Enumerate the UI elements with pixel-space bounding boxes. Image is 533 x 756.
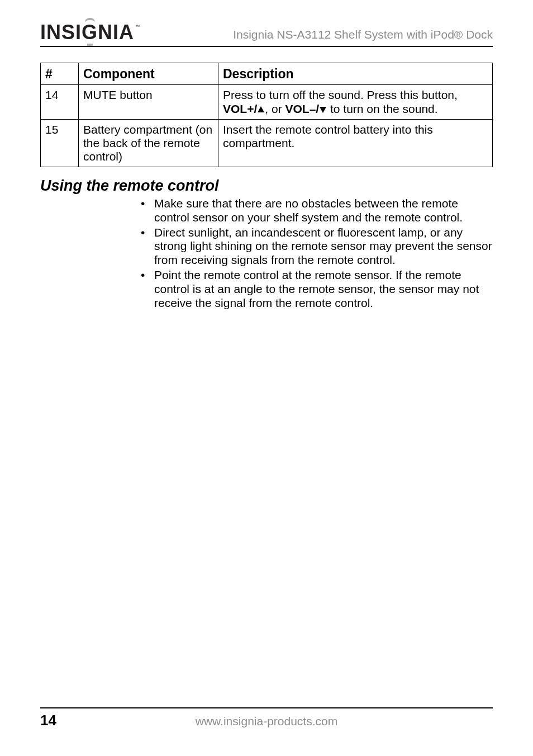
col-header-description: Description [218,63,493,85]
up-triangle-icon [258,106,264,112]
brand-text-pre: INSI [40,22,82,42]
page-footer: 14 www.insignia-products.com [40,707,493,729]
desc-text: , or [265,102,285,115]
row-number: 14 [41,85,79,119]
components-table: # Component Description 14 MUTE button P… [40,63,493,167]
row-number: 15 [41,119,79,167]
row-description: Press to turn off the sound. Press this … [218,85,493,119]
table-row: 14 MUTE button Press to turn off the sou… [41,85,493,119]
row-component: Battery compartment (on the back of the … [79,119,218,167]
row-description: Insert the remote control battery into t… [218,119,493,167]
down-triangle-icon [320,107,326,113]
brand-hat-icon [85,18,95,22]
list-item: Make sure that there are no obstacles be… [135,197,493,225]
page-header: INSI G NIA ™ Insignia NS-A3112 Shelf Sys… [40,22,493,47]
brand-tm: ™ [135,25,140,29]
footer-url: www.insignia-products.com [40,715,493,728]
desc-text: Press to turn off the sound. Press this … [223,88,458,101]
table-header-row: # Component Description [41,63,493,85]
list-item: Point the remote control at the remote s… [135,268,493,310]
brand-text-post: NIA [98,22,134,42]
table-row: 15 Battery compartment (on the back of t… [41,119,493,167]
document-title: Insignia NS-A3112 Shelf System with iPod… [233,28,493,42]
desc-text: to turn on the sound. [327,102,437,115]
brand-g: G [82,21,98,44]
col-header-component: Component [79,63,218,85]
brand-accent: G [82,22,98,42]
desc-bold-volminus: VOL–/ [285,102,319,115]
row-component: MUTE button [79,85,218,119]
notes-list: Make sure that there are no obstacles be… [40,197,493,310]
brand-logo: INSI G NIA ™ [40,22,140,42]
desc-bold-volplus: VOL+/ [223,102,257,115]
col-header-number: # [41,63,79,85]
list-item: Direct sunlight, an incandescent or fluo… [135,226,493,267]
section-heading: Using the remote control [40,177,493,195]
brand-sub-icon [87,44,93,46]
